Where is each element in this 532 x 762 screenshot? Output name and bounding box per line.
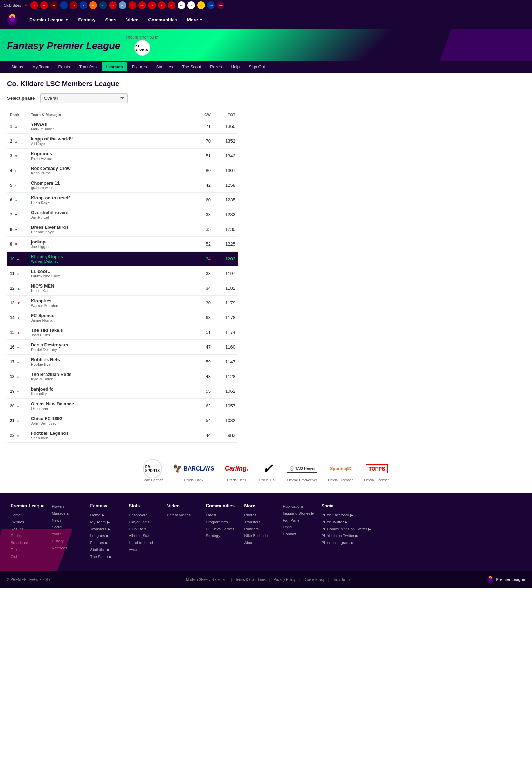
footer-link[interactable]: Fixtures xyxy=(11,519,45,526)
phase-select[interactable]: Overall xyxy=(40,93,128,103)
team-name[interactable]: Chompers 11 xyxy=(31,180,190,186)
team-name[interactable]: Dan's Destroyers xyxy=(31,342,190,348)
footer-link[interactable]: Latest xyxy=(206,512,237,519)
team-name[interactable]: Robbies Refs xyxy=(31,357,190,362)
club-logo-mancity[interactable]: MC xyxy=(119,1,126,9)
nav-communities[interactable]: Communities xyxy=(144,12,182,28)
club-logo-stoke[interactable]: St xyxy=(158,1,166,9)
footer-link[interactable]: PL on Instagram ▶ xyxy=(322,540,371,547)
team-name[interactable]: Overthehillrovers xyxy=(31,210,190,215)
club-logo-middlesbrough[interactable]: Mb xyxy=(138,1,146,9)
club-logo-tottenham[interactable]: T xyxy=(187,1,195,9)
footer-link[interactable]: Strategy xyxy=(206,533,237,540)
footer-link[interactable]: Club Stats xyxy=(129,526,160,533)
footer-link[interactable]: Fixtures ▶ xyxy=(90,540,122,547)
footer-link[interactable]: Partners xyxy=(244,526,276,533)
tab-leagues[interactable]: Leagues xyxy=(102,62,127,71)
footer-link[interactable]: Youth xyxy=(52,531,83,538)
team-name[interactable]: LL cool J xyxy=(31,269,190,274)
club-logo-arsenal[interactable]: A xyxy=(30,1,38,9)
footer-link[interactable]: Player Stats xyxy=(129,519,160,526)
team-name[interactable]: KlippityKlopps xyxy=(31,254,190,259)
footer-link[interactable]: Inspiring Stories ▶ xyxy=(283,510,315,517)
nav-video[interactable]: Video xyxy=(121,12,143,28)
footer-link[interactable]: Dashboard xyxy=(129,512,160,519)
footer-link[interactable]: Nike Ball Hub xyxy=(244,533,276,540)
footer-link[interactable]: Photos xyxy=(244,512,276,519)
footer-bottom-link[interactable]: Terms & Conditions xyxy=(235,578,266,582)
footer-link[interactable]: Transfers ▶ xyxy=(90,526,122,533)
footer-link[interactable]: Managers xyxy=(52,510,83,517)
footer-bottom-link[interactable]: Back To Top xyxy=(332,578,351,582)
club-logo-westham[interactable]: WH xyxy=(217,1,224,9)
footer-link[interactable]: Clubs xyxy=(11,554,45,561)
club-logo-chelsea[interactable]: C xyxy=(60,1,68,9)
footer-bottom-link[interactable]: Privacy Policy xyxy=(274,578,295,582)
nav-more[interactable]: More ▼ xyxy=(182,12,208,28)
team-name[interactable]: The Tiki Taka's xyxy=(31,328,190,333)
tab-transfers[interactable]: Transfers xyxy=(75,62,101,71)
footer-link[interactable]: Leagues ▶ xyxy=(90,533,122,540)
tab-the-scout[interactable]: The Scout xyxy=(178,62,205,71)
footer-link[interactable]: Referees xyxy=(52,545,83,552)
tab-fixtures[interactable]: Fixtures xyxy=(128,62,151,71)
footer-link[interactable]: About xyxy=(244,540,276,547)
club-logo-bournemouth[interactable]: B xyxy=(40,1,48,9)
team-name[interactable]: YNWA!! xyxy=(31,122,190,127)
team-name[interactable]: The Brazilian Reds xyxy=(31,372,190,377)
tab-statistics[interactable]: Statistics xyxy=(152,62,177,71)
footer-link[interactable]: Tables xyxy=(11,533,45,540)
pl-logo[interactable] xyxy=(4,11,21,28)
footer-link[interactable]: Head-to-Head xyxy=(129,540,160,547)
tab-prizes[interactable]: Prizes xyxy=(206,62,226,71)
footer-link[interactable]: PL on Facebook ▶ xyxy=(322,512,371,519)
nav-premier-league[interactable]: Premier League ▼ xyxy=(25,12,73,28)
team-name[interactable]: Klopp on to urself xyxy=(31,195,190,200)
footer-link[interactable]: PL Communities on Twitter ▶ xyxy=(322,526,371,533)
footer-link[interactable]: Players xyxy=(52,503,83,510)
team-name[interactable]: Oisins New Balance xyxy=(31,401,190,406)
tab-status[interactable]: Status xyxy=(7,62,27,71)
footer-link[interactable]: Awards xyxy=(129,547,160,554)
footer-link[interactable]: Social xyxy=(52,524,83,531)
club-logo-leicester[interactable]: L xyxy=(99,1,107,9)
club-logo-burnley[interactable]: Bu xyxy=(50,1,58,9)
footer-link[interactable]: Statistics ▶ xyxy=(90,547,122,554)
club-sites-link[interactable]: Club Sites xyxy=(4,3,21,7)
team-name[interactable]: klopp of the world!! xyxy=(31,136,190,142)
tab-help[interactable]: Help xyxy=(227,62,244,71)
footer-link[interactable]: Transfers xyxy=(244,519,276,526)
footer-link[interactable]: PL on Twitter ▶ xyxy=(322,519,371,526)
footer-link[interactable]: Fan Panel xyxy=(283,517,315,524)
club-logo-westbrom[interactable]: WB xyxy=(207,1,215,9)
club-logo-swansea[interactable]: Sw xyxy=(178,1,185,9)
footer-link[interactable]: Broadcast xyxy=(11,540,45,547)
club-logo-crystal[interactable]: CP xyxy=(70,1,77,9)
tab-sign-out[interactable]: Sign Out xyxy=(244,62,269,71)
club-logo-manutd[interactable]: MU xyxy=(129,1,136,9)
footer-link[interactable]: Publications xyxy=(283,503,315,510)
team-name[interactable]: joekop xyxy=(31,239,190,245)
footer-link[interactable]: Programmes xyxy=(206,519,237,526)
nav-stats[interactable]: Stats xyxy=(101,12,122,28)
footer-link[interactable]: PL Kicks Heroes xyxy=(206,526,237,533)
team-name[interactable]: Kopranos xyxy=(31,151,190,156)
tab-my-team[interactable]: My Team xyxy=(28,62,53,71)
team-name[interactable]: Rock Steady Crew xyxy=(31,166,190,171)
footer-link[interactable]: Contact xyxy=(283,531,315,538)
team-name[interactable]: Brees Liver Birds xyxy=(31,225,190,230)
footer-link[interactable]: PL Youth on Twitter ▶ xyxy=(322,533,371,540)
club-logo-southampton[interactable]: S xyxy=(148,1,156,9)
footer-bottom-link[interactable]: Cookie Policy xyxy=(303,578,325,582)
club-logo-everton[interactable]: E xyxy=(80,1,87,9)
footer-bottom-link[interactable]: Modern Slavery Statement xyxy=(186,578,227,582)
team-name[interactable]: Kloppites xyxy=(31,298,190,303)
nav-fantasy[interactable]: Fantasy xyxy=(73,12,100,28)
footer-link[interactable]: Home xyxy=(11,512,45,519)
footer-link[interactable]: History xyxy=(52,538,83,545)
team-name[interactable]: NIC'S MEN xyxy=(31,283,190,289)
footer-link[interactable]: Home ▶ xyxy=(90,512,122,519)
team-name[interactable]: Football Legends xyxy=(31,431,190,436)
team-name[interactable]: banjoed fc xyxy=(31,386,190,392)
club-logo-sunderland[interactable]: Su xyxy=(168,1,175,9)
